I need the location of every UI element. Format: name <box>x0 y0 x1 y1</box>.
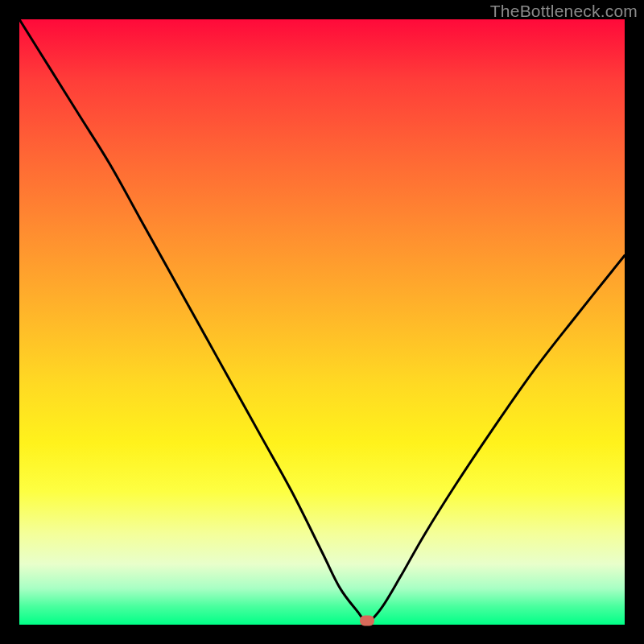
chart-frame: TheBottleneck.com <box>0 0 644 644</box>
optimum-marker <box>360 615 374 625</box>
bottleneck-curve <box>19 19 625 622</box>
plot-area <box>19 19 625 625</box>
curve-layer <box>19 19 625 625</box>
watermark-text: TheBottleneck.com <box>490 2 638 21</box>
